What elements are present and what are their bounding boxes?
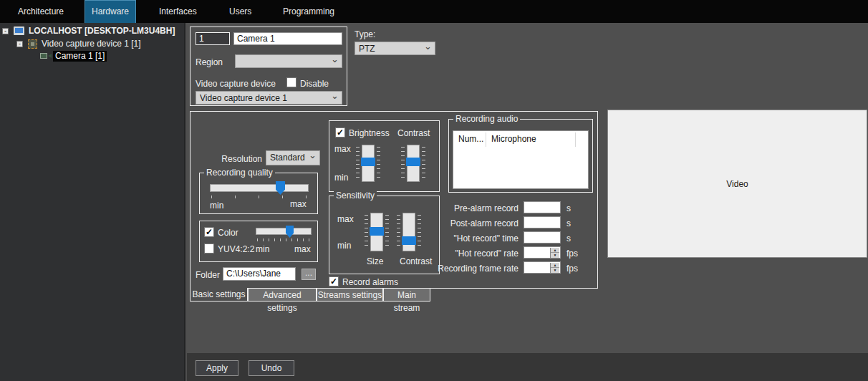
record-alarms-checkbox[interactable]: ✓	[329, 276, 339, 286]
post-alarm-record-field[interactable]	[524, 216, 561, 228]
recording-audio-title: Recording audio	[453, 114, 520, 124]
brightness-label: Brightness	[349, 128, 390, 138]
tab-interfaces[interactable]: Interfaces	[159, 0, 197, 23]
hot-record-time-field[interactable]	[524, 231, 561, 243]
spinner: ▲ ▼	[550, 248, 559, 258]
sensitivity-group: Sensitivity max min Size Contrast	[329, 196, 440, 274]
folder-field[interactable]: C:\Users\Jane	[223, 267, 296, 281]
computer-icon	[14, 26, 24, 35]
tree-item-label[interactable]: LOCALHOST [DESKTOP-LM3U4BH]	[29, 26, 175, 37]
color-slider[interactable]	[256, 228, 312, 235]
camera-id-field[interactable]: 1	[196, 32, 230, 45]
pre-alarm-record-field[interactable]	[524, 201, 561, 213]
sensitivity-contrast-slider[interactable]	[402, 213, 415, 251]
tab-basic-settings[interactable]: Basic settings	[190, 288, 248, 302]
color-checkbox[interactable]: ✓	[204, 227, 214, 237]
hardware-tree-panel: - LOCALHOST [DESKTOP-LM3U4BH] - Video ca…	[0, 23, 185, 381]
pre-alarm-record-label: Pre-alarm record	[427, 203, 519, 213]
min-label: min	[210, 201, 223, 211]
sensitivity-contrast-slider-thumb[interactable]	[402, 236, 416, 245]
spin-down-icon[interactable]: ▼	[551, 268, 559, 273]
camera-name-field[interactable]: Camera 1	[233, 32, 342, 45]
color-label: Color	[218, 228, 238, 238]
unit-label: s	[566, 203, 571, 213]
collapse-icon[interactable]: -	[2, 28, 9, 34]
slider-ticks	[356, 147, 360, 180]
spinner: ▲ ▼	[550, 263, 559, 273]
undo-button[interactable]: Undo	[249, 360, 294, 376]
column-separator	[486, 132, 486, 147]
min-label: min	[337, 241, 351, 251]
slider-ticks	[377, 147, 380, 180]
camera-identity-panel: 1 Camera 1 Region ⌄ Video capture device…	[190, 26, 347, 106]
spin-up-icon[interactable]: ▲	[551, 263, 559, 268]
type-label: Type:	[355, 29, 375, 39]
unit-label: fps	[566, 249, 578, 259]
slider-ticks	[385, 215, 389, 249]
video-capture-device-label: Video capture device	[196, 79, 276, 89]
tree-item-label-selected[interactable]: Camera 1 [1]	[53, 51, 107, 62]
resolution-dropdown[interactable]: Standard ⌄	[266, 150, 320, 165]
slider-ticks	[365, 215, 368, 249]
column-header-microphone[interactable]: Microphone	[491, 134, 536, 144]
record-alarms-label: Record alarms	[342, 277, 398, 287]
hot-record-rate-field[interactable]: ▲ ▼	[524, 246, 561, 259]
min-label: min	[334, 173, 348, 183]
column-header-num[interactable]: Num...	[458, 134, 483, 144]
footer-bar: Apply Undo	[187, 353, 868, 381]
tab-streams-settings[interactable]: Streams settings	[317, 288, 383, 302]
slider-ticks	[418, 215, 421, 249]
brightness-contrast-group: ✓ Brightness Contrast max min	[329, 120, 440, 192]
yuv422-checkbox[interactable]	[204, 243, 214, 254]
color-slider-thumb[interactable]	[286, 226, 294, 238]
tab-advanced-settings[interactable]: Advanced settings	[248, 288, 317, 302]
contrast-slider-thumb[interactable]	[406, 158, 420, 166]
hot-record-time-label: "Hot record" time	[427, 233, 519, 243]
type-dropdown[interactable]: PTZ ⌄	[355, 42, 435, 55]
max-label: max	[294, 244, 311, 254]
brightness-checkbox[interactable]: ✓	[335, 127, 345, 138]
tab-users[interactable]: Users	[229, 0, 251, 23]
tab-architecture[interactable]: Architecture	[18, 0, 64, 23]
contrast-label: Contrast	[397, 128, 430, 138]
recording-quality-title: Recording quality	[204, 168, 275, 178]
chevron-down-icon: ⌄	[309, 150, 317, 160]
slider-ticks	[211, 196, 308, 198]
resolution-label: Resolution	[212, 154, 262, 164]
disable-label: Disable	[300, 79, 329, 89]
tab-hardware[interactable]: Hardware	[85, 0, 136, 23]
hot-record-rate-label: "Hot record" rate	[427, 249, 519, 259]
chevron-down-icon: ⌄	[331, 54, 339, 64]
browse-folder-button[interactable]: ...	[302, 269, 316, 280]
sensitivity-size-slider-thumb[interactable]	[370, 227, 384, 236]
region-dropdown[interactable]: ⌄	[235, 54, 342, 68]
slider-ticks	[397, 215, 400, 249]
recording-audio-table[interactable]: Num... Microphone	[453, 130, 589, 189]
recording-frame-rate-field[interactable]: ▲ ▼	[524, 261, 561, 274]
brightness-slider-thumb[interactable]	[361, 158, 375, 166]
slider-ticks	[401, 147, 405, 180]
tree-item-label[interactable]: Video capture device 1 [1]	[42, 39, 141, 49]
spin-down-icon[interactable]: ▼	[551, 253, 559, 258]
max-label: max	[290, 199, 307, 209]
collapse-icon[interactable]: -	[16, 41, 23, 47]
chevron-down-icon: ⌄	[331, 90, 339, 101]
tab-programming[interactable]: Programming	[283, 0, 334, 23]
column-separator	[575, 132, 576, 147]
apply-button[interactable]: Apply	[196, 360, 238, 376]
spin-up-icon[interactable]: ▲	[551, 248, 559, 253]
max-label: max	[337, 214, 354, 224]
video-capture-device-dropdown[interactable]: Video capture device 1 ⌄	[196, 91, 342, 105]
disable-checkbox[interactable]	[286, 77, 296, 87]
capture-device-icon	[28, 39, 37, 49]
slider-ticks	[422, 147, 425, 180]
video-preview: Video	[607, 110, 867, 258]
chevron-down-icon: ⌄	[424, 41, 432, 52]
folder-label: Folder	[196, 270, 220, 280]
main-tab-bar: Architecture Hardware Interfaces Users P…	[0, 0, 868, 23]
recording-quality-slider-thumb[interactable]	[276, 181, 285, 195]
camera-settings-panel: Resolution Standard ⌄ Recording quality …	[190, 111, 598, 289]
camera-icon	[40, 53, 52, 59]
tab-main-stream[interactable]: Main stream	[383, 288, 430, 302]
recording-quality-slider[interactable]	[210, 184, 309, 192]
